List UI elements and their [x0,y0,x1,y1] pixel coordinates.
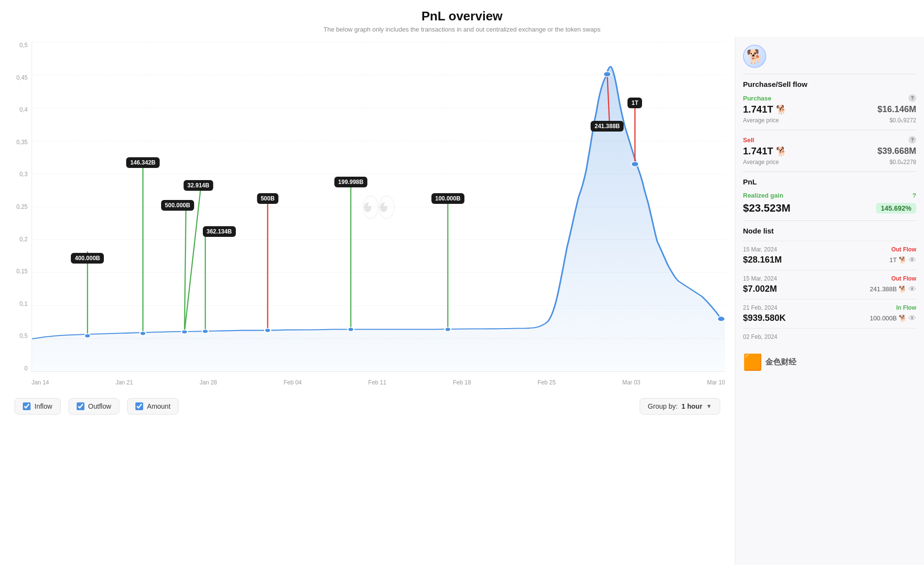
chart-inner: 👀 [32,42,725,372]
token-emoji-3: 🐕 [899,315,907,322]
outflow-label: Outflow [88,402,111,410]
bubble-199: 199.998B [334,177,367,187]
svg-point-16 [445,327,451,331]
inflow-label: Inflow [34,402,52,410]
logo-icon: 🟧 [743,353,762,371]
chevron-down-icon: ▼ [706,403,712,410]
inflow-checkbox-group[interactable]: Inflow [15,398,61,415]
node-main-1: $28.161M 1T 🐕 👁 [743,255,916,265]
sell-label: Sell ? [743,136,916,144]
node-main-3: $939.580K 100.000B 🐕 👁 [743,313,916,323]
divider-4 [743,220,916,221]
amount-checkbox-group[interactable]: Amount [127,398,179,415]
realized-gain-label: Realized gain ? [743,192,916,199]
group-by-prefix: Group by: [648,402,677,410]
svg-point-14 [264,329,271,332]
node-item-1: 15 Mar, 2024 Out Flow $28.161M 1T 🐕 👁 [743,241,916,270]
eye-icon-2[interactable]: 👁 [908,285,916,294]
bubble-100: 100.000B [431,193,464,204]
node-flow-1: Out Flow [891,246,916,253]
svg-point-18 [631,162,639,166]
sell-help-icon[interactable]: ? [908,136,916,144]
divider-1 [743,74,916,74]
svg-point-13 [202,330,209,333]
purchase-main: 1.741T 🐕 $16.146M [743,104,916,115]
node-item-3: 21 Feb, 2024 In Flow $939.580K 100.000B … [743,299,916,328]
node-flow-2: Out Flow [891,275,916,282]
realized-main: $23.523M 145.692% [743,202,916,215]
pnl-title: PnL [743,178,916,186]
chart-svg [32,42,725,371]
bubble-241: 241.388B [591,121,624,132]
eye-icon-1[interactable]: 👁 [908,256,916,265]
pnl-help-icon[interactable]: ? [912,192,916,199]
sell-section: Sell ? 1.741T 🐕 $39.668M Average price $… [743,136,916,166]
gain-badge: 145.692% [876,203,916,214]
chart-wrapper: 0,5 0,45 0,4 0,35 0,3 0,25 0,2 0,15 0,1 … [5,42,730,391]
svg-point-17 [603,72,611,77]
amount-label: Amount [147,402,170,410]
purchase-label: Purchase ? [743,94,916,102]
sell-main: 1.741T 🐕 $39.668M [743,146,916,157]
pnl-section: PnL Realized gain ? $23.523M 145.692% [743,178,916,215]
bubble-32: 32.914B [183,180,213,191]
outflow-checkbox[interactable] [77,402,84,410]
node-meta-4: 02 Feb, 2024 [743,333,916,340]
node-date-3: 21 Feb, 2024 [743,304,777,311]
main-layout: 0,5 0,45 0,4 0,35 0,3 0,25 0,2 0,15 0,1 … [0,37,924,565]
purchase-help-icon[interactable]: ? [908,94,916,102]
purchase-token-emoji: 🐕 [776,104,787,115]
logo-text: 金色财经 [765,357,796,367]
node-meta-2: 15 Mar, 2024 Out Flow [743,275,916,282]
realized-value: $23.523M [743,202,791,215]
page-subtitle: The below graph only includes the transa… [0,26,924,33]
token-emoji-1: 🐕 [899,256,907,264]
purchase-usd: $16.146M [877,104,916,115]
divider-3 [743,171,916,172]
node-meta-1: 15 Mar, 2024 Out Flow [743,246,916,253]
node-main-2: $7.002M 241.388B 🐕 👁 [743,284,916,294]
bubble-500b: 500.000B [161,200,194,211]
node-list-section: Node list 15 Mar, 2024 Out Flow $28.161M… [743,227,916,347]
node-usd-3: $939.580K [743,313,786,323]
y-axis: 0,5 0,45 0,4 0,35 0,3 0,25 0,2 0,15 0,1 … [5,42,32,372]
bubble-146: 146.342B [126,157,159,168]
outflow-checkbox-group[interactable]: Outflow [68,398,119,415]
inflow-checkbox[interactable] [23,402,31,410]
amount-checkbox[interactable] [135,402,143,410]
sell-amount: 1.741T 🐕 [743,146,787,157]
bubble-500: 500B [257,193,279,204]
sell-avg-price: Average price $0.0₄2278 [743,159,916,166]
svg-point-15 [348,327,354,331]
node-item-2: 15 Mar, 2024 Out Flow $7.002M 241.388B 🐕… [743,270,916,299]
svg-point-12 [182,330,188,334]
node-token-1: 1T 🐕 👁 [890,256,916,265]
page-title: PnL overview [0,9,924,24]
purchase-section: Purchase ? 1.741T 🐕 $16.146M Average pri… [743,94,916,124]
node-flow-3: In Flow [896,304,916,311]
svg-point-11 [140,332,146,335]
sell-token-emoji: 🐕 [776,146,787,157]
bubble-362: 362.134B [203,226,236,237]
divider-2 [743,130,916,130]
purchase-amount: 1.741T 🐕 [743,104,787,115]
svg-point-10 [84,334,91,338]
chart-area: 0,5 0,45 0,4 0,35 0,3 0,25 0,2 0,15 0,1 … [0,37,735,565]
token-emoji-2: 🐕 [899,285,907,293]
node-date-4: 02 Feb, 2024 [743,333,777,340]
node-token-3: 100.000B 🐕 👁 [870,314,916,323]
bubble-400: 400.000B [71,253,104,264]
svg-point-19 [717,316,725,321]
node-meta-3: 21 Feb, 2024 In Flow [743,304,916,311]
chart-controls: Inflow Outflow Amount Group by: 1 hour ▼ [5,391,730,421]
x-axis: Jan 14 Jan 21 Jan 28 Feb 04 Feb 11 Feb 1… [32,374,725,391]
sidebar: 🐕 Purchase/Sell flow Purchase ? 1.741T 🐕… [735,37,924,565]
logo-area: 🟧 金色财经 [743,347,916,373]
eye-icon-3[interactable]: 👁 [908,314,916,323]
sell-usd: $39.668M [877,146,916,156]
node-token-2: 241.388B 🐕 👁 [870,285,916,294]
group-by-selector[interactable]: Group by: 1 hour ▼ [640,398,720,415]
node-item-4: 02 Feb, 2024 [743,328,916,347]
node-usd-2: $7.002M [743,284,777,294]
svg-line-3 [184,201,186,332]
